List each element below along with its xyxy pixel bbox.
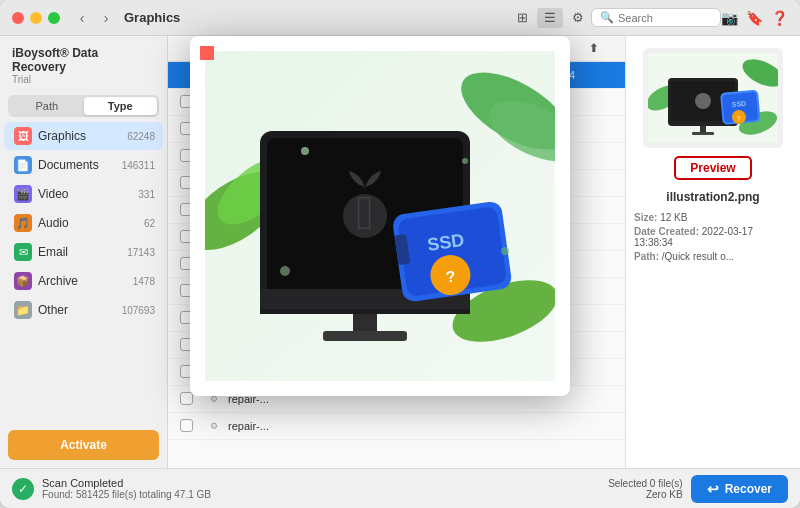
documents-count: 146311 — [122, 160, 155, 171]
export-col-header: ⬆ — [589, 42, 613, 55]
email-count: 17143 — [127, 247, 155, 258]
email-label: Email — [38, 245, 127, 259]
other-icon: 📁 — [14, 301, 32, 319]
main-window: ‹ › Graphics ⊞ ☰ ⚙ 🔍 📷 🔖 ❓ iBoysoft® Dat… — [0, 0, 800, 508]
back-arrow[interactable]: ‹ — [72, 8, 92, 28]
preview-date-row: Date Created: 2022-03-17 13:38:34 — [634, 226, 792, 248]
other-count: 107693 — [122, 305, 155, 316]
close-button[interactable] — [12, 12, 24, 24]
preview-metadata: Size: 12 KB Date Created: 2022-03-17 13:… — [634, 212, 792, 265]
audio-count: 62 — [144, 218, 155, 229]
svg-point-34 — [301, 147, 309, 155]
svg-point-8 — [695, 93, 711, 109]
svg-rect-4 — [700, 125, 706, 133]
trial-label: Trial — [12, 74, 155, 85]
sidebar: iBoysoft® Data Recovery Trial Path Type … — [0, 36, 168, 468]
sidebar-item-documents[interactable]: 📄 Documents 146311 — [4, 151, 163, 179]
audio-icon: 🎵 — [14, 214, 32, 232]
preview-thumbnail: ? SSD — [643, 48, 783, 148]
selected-size: Zero KB — [608, 489, 682, 500]
archive-label: Archive — [38, 274, 133, 288]
svg-text:SSD: SSD — [731, 100, 746, 108]
preview-image: ? SSD — [648, 53, 778, 143]
video-icon: 🎬 — [14, 185, 32, 203]
preview-path-row: Path: /Quick result o... — [634, 251, 792, 262]
svg-point-36 — [280, 266, 290, 276]
sidebar-item-other[interactable]: 📁 Other 107693 — [4, 296, 163, 324]
camera-icon[interactable]: 📷 — [721, 10, 738, 26]
search-icon: 🔍 — [600, 11, 614, 24]
sidebar-item-archive[interactable]: 📦 Archive 1478 — [4, 267, 163, 295]
recover-icon: ↩ — [707, 481, 719, 497]
sidebar-header: iBoysoft® Data Recovery Trial — [0, 36, 167, 91]
titlebar: ‹ › Graphics ⊞ ☰ ⚙ 🔍 📷 🔖 ❓ — [0, 0, 800, 36]
size-label: Size: — [634, 212, 657, 223]
archive-icon: 📦 — [14, 272, 32, 290]
sidebar-tabs: Path Type — [8, 95, 159, 117]
status-bar: ✓ Scan Completed Found: 581425 file(s) t… — [0, 468, 800, 508]
view-toggle: ⊞ ☰ ⚙ — [509, 8, 591, 28]
scan-complete-icon: ✓ — [12, 478, 34, 500]
scan-detail-text: Found: 581425 file(s) totaling 47.1 GB — [42, 489, 211, 500]
minimize-button[interactable] — [30, 12, 42, 24]
table-row[interactable]: ⚙ repair-... — [168, 413, 625, 440]
large-preview-image:  SSD ? — [205, 51, 555, 381]
video-count: 331 — [138, 189, 155, 200]
sidebar-item-video[interactable]: 🎬 Video 331 — [4, 180, 163, 208]
recover-label: Recover — [725, 482, 772, 496]
app-name: iBoysoft® Data Recovery — [12, 46, 155, 74]
help-icon[interactable]: ❓ — [771, 10, 788, 26]
preview-panel: ? SSD Preview illustration2.png Size: 12… — [625, 36, 800, 468]
titlebar-actions: 📷 🔖 ❓ — [721, 10, 788, 26]
svg-rect-25 — [260, 309, 470, 314]
sidebar-item-graphics[interactable]: 🖼 Graphics 62248 — [4, 122, 163, 150]
path-label: Path: — [634, 251, 659, 262]
audio-label: Audio — [38, 216, 144, 230]
bookmark-icon[interactable]: 🔖 — [746, 10, 763, 26]
svg-point-27 — [343, 194, 387, 238]
forward-arrow[interactable]: › — [96, 8, 116, 28]
sidebar-items: 🖼 Graphics 62248 📄 Documents 146311 🎬 Vi… — [0, 121, 167, 422]
svg-point-35 — [462, 158, 468, 164]
search-input[interactable] — [618, 12, 712, 24]
file-type-icon: ⚙ — [204, 418, 224, 434]
svg-text:?: ? — [737, 115, 742, 122]
documents-label: Documents — [38, 158, 122, 172]
archive-count: 1478 — [133, 276, 155, 287]
tab-path[interactable]: Path — [10, 97, 84, 115]
search-box[interactable]: 🔍 — [591, 8, 721, 27]
email-icon: ✉ — [14, 243, 32, 261]
titlebar-nav: ‹ › — [72, 8, 116, 28]
preview-overlay:  SSD ? — [190, 36, 570, 396]
size-value: 12 KB — [660, 212, 687, 223]
graphics-count: 62248 — [127, 131, 155, 142]
activate-button[interactable]: Activate — [8, 430, 159, 460]
filter-icon[interactable]: ⚙ — [565, 8, 591, 28]
preview-filename: illustration2.png — [666, 190, 759, 204]
tab-type[interactable]: Type — [84, 97, 158, 115]
scan-status: Scan Completed Found: 581425 file(s) tot… — [42, 477, 211, 500]
sidebar-item-email[interactable]: ✉ Email 17143 — [4, 238, 163, 266]
row-checkbox[interactable] — [180, 419, 204, 434]
maximize-button[interactable] — [48, 12, 60, 24]
sidebar-item-audio[interactable]: 🎵 Audio 62 — [4, 209, 163, 237]
preview-size-row: Size: 12 KB — [634, 212, 792, 223]
overlay-close[interactable] — [200, 46, 214, 60]
file-name: repair-... — [228, 420, 393, 432]
recover-button[interactable]: ↩ Recover — [691, 475, 788, 503]
selected-count: Selected 0 file(s) — [608, 478, 682, 489]
grid-view-icon[interactable]: ⊞ — [509, 8, 535, 28]
list-view-icon[interactable]: ☰ — [537, 8, 563, 28]
graphics-icon: 🖼 — [14, 127, 32, 145]
selected-info: Selected 0 file(s) Zero KB — [608, 478, 682, 500]
preview-button[interactable]: Preview — [674, 156, 751, 180]
svg-rect-21 — [323, 331, 407, 341]
documents-icon: 📄 — [14, 156, 32, 174]
svg-rect-5 — [692, 132, 714, 135]
window-controls — [12, 12, 60, 24]
path-value: /Quick result o... — [662, 251, 734, 262]
graphics-label: Graphics — [38, 129, 127, 143]
scan-complete-text: Scan Completed — [42, 477, 211, 489]
other-label: Other — [38, 303, 122, 317]
video-label: Video — [38, 187, 138, 201]
